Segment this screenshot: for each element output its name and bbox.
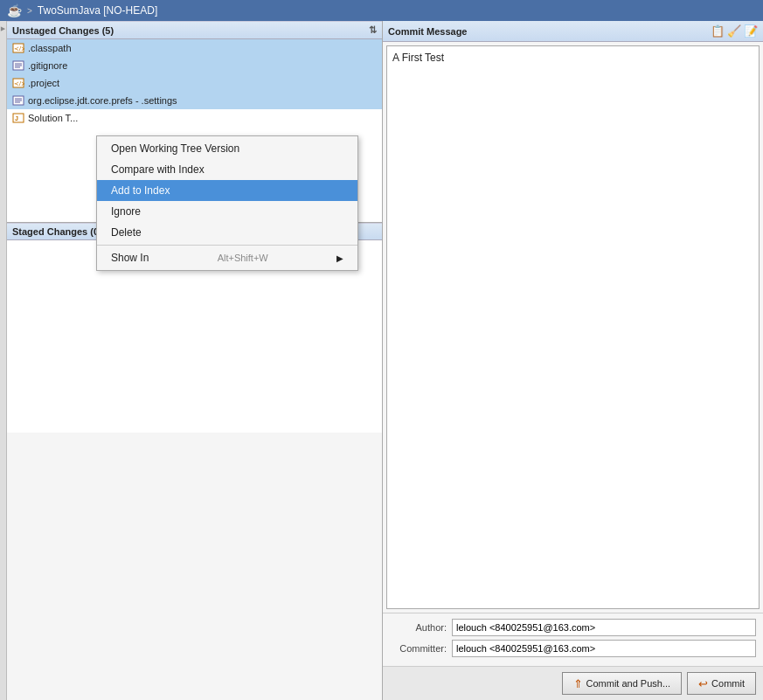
context-menu-label: Delete [111,226,142,239]
commit-button[interactable]: ↩ Commit [687,672,756,695]
file-icon: ≺/≻ [12,42,24,54]
commit-buttons-bar: ⇑ Commit and Push... ↩ Commit [383,666,763,700]
commit-message-area [383,42,763,613]
file-icon: ≺/≻ [12,77,24,89]
author-row: Author: [390,619,756,636]
title-arrow: > [27,6,32,16]
file-item[interactable]: org.eclipse.jdt.core.prefs - .settings [7,92,382,109]
file-item[interactable]: .gitignore [7,57,382,74]
file-item[interactable]: ≺/≻.classpath [7,39,382,57]
sidebar-collapse-arrow[interactable]: ▼ [0,25,8,33]
file-name: .project [28,78,59,88]
commit-label: Commit [711,678,745,689]
context-menu-shortcut: Alt+Shift+W [218,253,268,263]
commit-push-icon: ⇑ [573,677,583,690]
file-item[interactable]: JSolution T... [7,109,382,127]
paste-icon[interactable]: 📋 [711,24,725,38]
title-bar: ☕ > TwoSumJava [NO-HEAD] [0,0,763,21]
file-item[interactable]: ≺/≻.project [7,74,382,92]
context-menu-item-ignore[interactable]: Ignore [97,201,357,222]
context-menu-item-addToIndex[interactable]: Add to Index [97,180,357,201]
context-menu-label: Ignore [111,205,141,218]
spell-icon[interactable]: 📝 [744,24,758,38]
sort-icon[interactable]: ⇅ [369,24,377,36]
unstaged-changes-header: Unstaged Changes (5) ⇅ [7,21,382,39]
svg-text:≺/≻: ≺/≻ [14,80,24,87]
left-panel: Unstaged Changes (5) ⇅ ≺/≻.classpath.git… [7,21,383,700]
commit-message-label: Commit Message [388,26,467,37]
file-name: org.eclipse.jdt.core.prefs - .settings [28,95,177,106]
committer-input[interactable] [452,640,756,657]
context-menu-label: Open Working Tree Version [111,142,239,155]
context-menu: Open Working Tree VersionCompare with In… [96,135,358,271]
committer-row: Committer: [390,640,756,657]
context-menu-item-showIn[interactable]: Show InAlt+Shift+W▶ [97,247,357,268]
left-sidebar-strip: ▼ [0,21,7,700]
author-section: Author: Committer: [383,613,763,666]
commit-message-header: Commit Message 📋 🧹 📝 [383,21,763,42]
file-name: .classpath [28,43,72,53]
right-panel: Commit Message 📋 🧹 📝 Author: Committer: [383,21,763,700]
svg-text:J: J [15,115,18,121]
unstaged-changes-label: Unstaged Changes (5) [12,25,114,36]
context-menu-label: Show In [111,252,149,264]
context-menu-separator [97,245,357,246]
author-input[interactable] [452,619,756,636]
file-icon [12,59,24,72]
context-menu-label: Compare with Index [111,163,205,176]
file-icon [12,94,24,107]
commit-message-icons: 📋 🧹 📝 [711,24,758,38]
commit-and-push-button[interactable]: ⇑ Commit and Push... [562,672,683,695]
file-name: Solution T... [28,113,78,123]
submenu-arrow-icon: ▶ [336,253,343,263]
title-icon: ☕ [7,3,22,17]
committer-label: Committer: [390,643,447,654]
commit-message-input[interactable] [386,45,760,609]
window-title: TwoSumJava [NO-HEAD] [38,4,157,17]
unstaged-header-icons: ⇅ [369,24,377,36]
inner-layout: Unstaged Changes (5) ⇅ ≺/≻.classpath.git… [7,21,763,700]
file-name: .gitignore [28,60,67,71]
staged-changes-label: Staged Changes (0) [12,226,102,237]
commit-btn-icon: ↩ [698,677,708,690]
author-label: Author: [390,622,447,633]
context-menu-item-compare[interactable]: Compare with Index [97,159,357,180]
svg-text:≺/≻: ≺/≻ [14,45,24,52]
context-menu-label: Add to Index [111,184,170,197]
commit-and-push-label: Commit and Push... [586,678,671,689]
clear-icon[interactable]: 🧹 [727,24,741,38]
context-menu-item-delete[interactable]: Delete [97,222,357,243]
context-menu-item-open[interactable]: Open Working Tree Version [97,138,357,159]
file-icon: J [12,112,24,124]
main-layout: ▼ Unstaged Changes (5) ⇅ ≺/≻.classpath.g… [0,21,763,700]
